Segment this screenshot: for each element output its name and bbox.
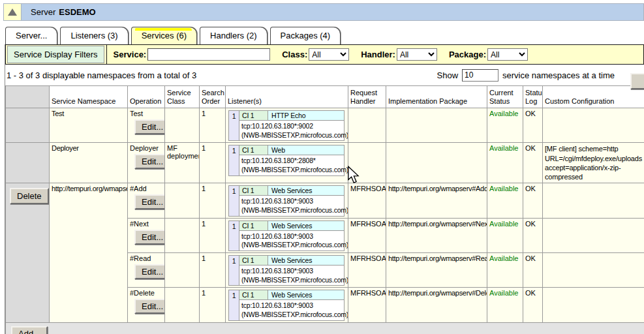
impl-package-cell xyxy=(386,108,487,143)
package-filter-label: Package: xyxy=(449,50,486,59)
search-order-cell: 1 xyxy=(200,143,226,183)
service-class-cell xyxy=(165,108,200,143)
page-title: Server ESDEMO xyxy=(22,4,643,20)
edit-button[interactable]: Edit... xyxy=(134,230,165,245)
service-filter-input[interactable] xyxy=(147,48,270,61)
page-size-input[interactable] xyxy=(462,69,498,82)
listener-box: 1 CI 1 Web Services tcp:10.120.63.180*:9… xyxy=(228,255,345,286)
pagination-row: 1 - 3 of 3 displayable namespaces from a… xyxy=(5,65,644,85)
listener-box: 1 CI 1 Web tcp:10.120.63.180*:2808* (NWB… xyxy=(228,145,345,175)
status-log-cell: OK xyxy=(523,218,543,252)
class-filter-select[interactable]: All xyxy=(309,48,349,61)
request-handler-cell xyxy=(348,143,386,183)
namespace-count-summary: 1 - 3 of 3 displayable namespaces from a… xyxy=(7,70,196,80)
status-log-cell: OK xyxy=(523,143,543,183)
status-badge: Available xyxy=(487,108,523,143)
server-title-prefix: Server xyxy=(31,7,55,17)
impl-package-cell xyxy=(386,143,487,183)
service-class-cell: MF deployment xyxy=(165,143,200,183)
listener-host: (NWB-MBISSETXP.microfocus.com) xyxy=(241,311,343,320)
page-size-apply-button[interactable] xyxy=(630,73,644,89)
handler-filter-select[interactable]: All xyxy=(397,48,437,61)
handler-filter-label: Handler: xyxy=(361,50,395,59)
server-admin-page: Server ESDEMO Server... Listeners (3) Se… xyxy=(0,0,644,334)
impl-package-cell: http://tempuri.org/wmapserv#Read xyxy=(386,253,487,288)
listener-address: tcp:10.120.63.180*:9003 xyxy=(241,301,343,311)
listener-box: 1 CI 1 Web Services tcp:10.120.63.180*:9… xyxy=(228,290,345,320)
status-log-cell: OK xyxy=(523,108,543,143)
status-log-cell: OK xyxy=(523,183,543,218)
custom-config-cell xyxy=(543,288,644,322)
request-handler-cell: MFRHSOAP xyxy=(348,288,386,322)
operation-cell: #Next Edit... xyxy=(128,218,165,252)
operation-cell: #Read Edit... xyxy=(128,253,165,288)
edit-button[interactable]: Edit... xyxy=(134,154,165,169)
listener-host: (NWB-MBISSETXP.microfocus.com) xyxy=(241,131,343,140)
services-table: Service Namespace Operation Service Clas… xyxy=(5,85,644,334)
add-service-button[interactable]: Add... xyxy=(11,326,48,334)
server-header-bar: Server ESDEMO xyxy=(3,3,644,21)
col-header-service-class: Service Class xyxy=(165,86,200,108)
custom-config-cell xyxy=(543,218,644,252)
status-badge: Available xyxy=(487,183,523,218)
delete-button[interactable]: Delete xyxy=(10,188,49,204)
show-suffix-label: service namespaces at a time xyxy=(502,70,615,80)
status-badge: Available xyxy=(487,288,523,322)
tab-server[interactable]: Server... xyxy=(5,27,57,44)
col-header-custom-config: Custom Configuration xyxy=(543,86,644,108)
request-handler-cell: MFRHSOAP xyxy=(348,253,386,288)
service-class-cell xyxy=(165,288,200,322)
listener-box: 1 CI 1 Web Services tcp:10.120.63.180*:9… xyxy=(228,220,345,251)
listeners-cell: 1 CI 1 Web tcp:10.120.63.180*:2808* (NWB… xyxy=(226,143,348,183)
listener-host: (NWB-MBISSETXP.microfocus.com) xyxy=(241,166,343,175)
status-badge: Available xyxy=(487,218,523,252)
status-badge: Available xyxy=(487,143,523,183)
col-header-search-order: Search Order xyxy=(200,86,226,108)
listener-box: 1 CI 1 Web Services tcp:10.120.63.180*:9… xyxy=(228,185,345,216)
col-header-namespace: Service Namespace xyxy=(50,86,128,108)
service-class-cell xyxy=(165,183,200,218)
service-class-cell xyxy=(165,253,200,288)
edit-button[interactable]: Edit... xyxy=(134,194,165,209)
col-header-current-status: Current Status xyxy=(487,86,523,108)
class-filter-label: Class: xyxy=(282,50,307,59)
request-handler-cell: MFRHSOAP xyxy=(348,218,386,252)
server-name: ESDEMO xyxy=(59,7,95,17)
custom-config-cell: [MF client] scheme=http URL=/cgi/mfdeplo… xyxy=(543,143,644,183)
listener-host: (NWB-MBISSETXP.microfocus.com) xyxy=(241,241,343,250)
listener-host: (NWB-MBISSETXP.microfocus.com) xyxy=(241,276,343,285)
service-class-cell xyxy=(165,218,200,252)
package-filter-select[interactable]: All xyxy=(487,48,528,61)
operation-cell: Deployer Edit... xyxy=(128,143,165,183)
up-triangle-icon xyxy=(8,8,17,16)
edit-button[interactable]: Edit... xyxy=(134,264,165,279)
listeners-cell: 1 CI 1 Web Services tcp:10.120.63.180*:9… xyxy=(226,253,348,288)
tab-packages[interactable]: Packages (4) xyxy=(270,27,341,44)
namespace-cell: Test xyxy=(50,108,128,143)
col-header-impl-package: Implementation Package xyxy=(386,86,487,108)
table-row: Deployer Deployer Edit... MF deployment … xyxy=(6,143,644,183)
search-order-cell: 1 xyxy=(200,218,226,252)
tab-listeners[interactable]: Listeners (3) xyxy=(60,27,128,44)
search-order-cell: 1 xyxy=(200,288,226,322)
status-log-cell: OK xyxy=(523,288,543,322)
collapse-section-button[interactable] xyxy=(4,4,22,20)
tab-services[interactable]: Services (6) xyxy=(131,27,197,44)
custom-config-cell xyxy=(543,253,644,288)
edit-button[interactable]: Edit... xyxy=(134,299,165,314)
listeners-cell: 1 CI 1 Web Services tcp:10.120.63.180*:9… xyxy=(226,183,348,218)
operation-cell: #Delete Edit... xyxy=(128,288,165,322)
col-header-action xyxy=(6,86,50,108)
table-footer-row: Add... xyxy=(6,322,644,334)
table-row: Delete http://tempuri.org/wmapserv #Add … xyxy=(6,183,644,218)
tab-handlers[interactable]: Handlers (2) xyxy=(200,27,268,44)
listener-address: tcp:10.120.63.180*:9003 xyxy=(241,197,343,206)
search-order-cell: 1 xyxy=(200,183,226,218)
namespace-cell: http://tempuri.org/wmapserv xyxy=(50,183,128,322)
search-order-cell: 1 xyxy=(200,108,226,143)
show-label: Show xyxy=(437,70,459,80)
status-badge: Available xyxy=(487,253,523,288)
col-header-operation: Operation xyxy=(128,86,165,108)
edit-button[interactable]: Edit... xyxy=(134,119,165,134)
service-filter-label: Service: xyxy=(114,50,147,59)
